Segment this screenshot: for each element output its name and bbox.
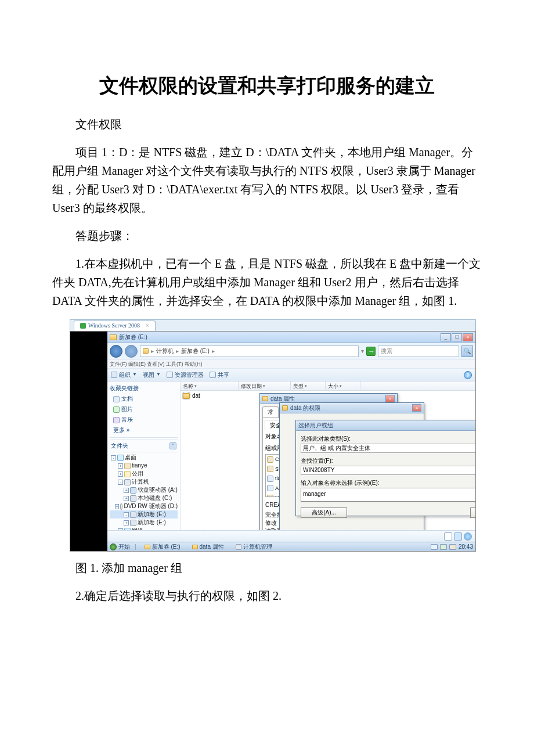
- col-label: 名称: [183, 382, 193, 390]
- vm-status-icon: [80, 323, 86, 329]
- minimize-button[interactable]: _: [441, 333, 451, 341]
- taskbar-item-compmgmt[interactable]: 计算机管理: [232, 542, 276, 552]
- fav-documents[interactable]: 文档: [110, 394, 178, 404]
- object-type-label: 选择此对象类型(S):: [301, 434, 476, 444]
- status-icon[interactable]: [444, 532, 452, 541]
- col-label: 类型: [293, 382, 304, 390]
- tab-general[interactable]: 常: [262, 406, 279, 417]
- folder-icon: [143, 348, 149, 354]
- nav-forward-button[interactable]: [125, 345, 138, 358]
- tree-user[interactable]: +tianye: [110, 462, 178, 470]
- expand-icon[interactable]: +: [124, 496, 129, 501]
- nav-back-button[interactable]: [110, 345, 122, 358]
- expand-icon[interactable]: +: [118, 463, 123, 469]
- ok-button[interactable]: 确定: [470, 507, 476, 518]
- taskbar-item-explorer[interactable]: 新加卷 (E:): [141, 542, 184, 552]
- select-dialog-title: 选择用户或组: [298, 421, 333, 430]
- column-name[interactable]: 名称▾: [181, 381, 239, 390]
- chevron-down-icon: ▾: [305, 383, 307, 389]
- breadcrumb[interactable]: ▸ 计算机 ▸ 新加卷 (E:) ▸: [140, 345, 359, 357]
- tray-icon[interactable]: [440, 544, 447, 550]
- folder-icon: [145, 545, 150, 549]
- task-label: 计算机管理: [243, 542, 272, 552]
- chevron-down-icon: ▼: [156, 371, 161, 379]
- computer-icon: [124, 479, 131, 485]
- close-button[interactable]: ×: [385, 395, 395, 402]
- chevron-down-icon[interactable]: ▾: [361, 347, 364, 356]
- expand-icon[interactable]: +: [115, 504, 119, 509]
- share-icon: [210, 372, 216, 378]
- refresh-icon[interactable]: [366, 347, 376, 356]
- expand-icon[interactable]: +: [118, 471, 123, 477]
- names-label-text: 输入对象名称来选择 (示例)(E):: [301, 480, 380, 486]
- explorer-window: 新加卷 (E:) _ ☐ × ▸ 计算机 ▸ 新加卷 (E:) ▸: [107, 332, 475, 552]
- chevron-right-icon: ▸: [151, 347, 154, 356]
- tab-close-icon[interactable]: ×: [146, 321, 149, 330]
- object-names-input[interactable]: manager: [301, 488, 476, 502]
- step-1-text: 1.在本虚拟机中，已有一个 E 盘，且是 NTFS 磁盘，所以我在 E 盘中新建…: [52, 254, 482, 310]
- tree-public[interactable]: +公用: [110, 470, 178, 478]
- select-users-groups-dialog: 选择用户或组 ? × 选择此对象类型(S): 用户、组 或 内置安全主体 对象类…: [295, 420, 476, 516]
- fav-more[interactable]: 更多 »: [110, 425, 178, 435]
- tree-computer[interactable]: -计算机: [110, 478, 178, 486]
- collapse-icon[interactable]: -: [111, 455, 116, 460]
- help-icon[interactable]: ?: [464, 371, 472, 379]
- figure-1-screenshot: Windows Server 2008 × 新加卷 (E:) _ ☐ ×: [70, 319, 476, 552]
- fav-music[interactable]: 音乐: [110, 415, 178, 425]
- vm-tab-label: Windows Server 2008: [88, 321, 140, 330]
- search-placeholder: 搜索: [381, 347, 392, 356]
- breadcrumb-segment[interactable]: 新加卷 (E:): [181, 347, 210, 356]
- windows-taskbar: 开始 | 新加卷 (E:) data 属性 计算机管理 20:43: [107, 542, 475, 551]
- chevron-down-icon: ▾: [263, 383, 265, 389]
- toolbar-organize[interactable]: 组织 ▼: [111, 370, 137, 380]
- collapse-icon[interactable]: -: [118, 480, 123, 485]
- status-icon[interactable]: [454, 532, 462, 541]
- expand-icon[interactable]: +: [124, 488, 129, 493]
- explorer-addressbar: ▸ 计算机 ▸ 新加卷 (E:) ▸ ▾ 搜索 🔍: [107, 343, 475, 359]
- tray-icon[interactable]: [449, 544, 456, 550]
- user-icon: [267, 485, 273, 491]
- fav-pictures[interactable]: 图片: [110, 404, 178, 415]
- close-button[interactable]: ×: [463, 333, 473, 341]
- chevron-down-icon: ▾: [340, 383, 342, 389]
- tray-icon[interactable]: [431, 544, 438, 550]
- location-label: 查找位置(F):: [301, 456, 476, 466]
- tree-floppy[interactable]: +软盘驱动器 (A:): [110, 486, 178, 494]
- start-button[interactable]: 开始: [110, 542, 130, 552]
- search-go-button[interactable]: 🔍: [461, 345, 473, 357]
- tree-desktop[interactable]: -桌面: [110, 453, 178, 462]
- toolbar-resource-manager[interactable]: 资源管理器: [167, 370, 204, 380]
- location-field: WIN2008TY: [301, 466, 476, 475]
- help-icon[interactable]: [464, 532, 472, 541]
- tree-volume-e-selected[interactable]: -新加卷 (E:): [110, 510, 178, 519]
- column-type[interactable]: 类型▾: [291, 381, 326, 390]
- object-names-label: 输入对象名称来选择 (示例)(E):: [301, 478, 476, 488]
- fav-label: 音乐: [121, 415, 133, 424]
- computer-icon: [236, 544, 241, 550]
- collapse-icon[interactable]: -: [124, 512, 129, 517]
- maximize-button[interactable]: ☐: [452, 333, 462, 341]
- close-button[interactable]: ×: [412, 404, 421, 412]
- taskbar-item-properties[interactable]: data 属性: [189, 542, 228, 552]
- explorer-toolbar: 组织 ▼ 视图 ▼ 资源管理器 共享 ?: [107, 369, 475, 381]
- breadcrumb-segment[interactable]: 计算机: [156, 347, 174, 356]
- document-icon: [113, 396, 120, 402]
- toolbar-share-label: 共享: [218, 370, 229, 380]
- column-date[interactable]: 修改日期▾: [239, 381, 291, 390]
- col-label: 大小: [328, 382, 338, 390]
- toolbar-views[interactable]: 视图 ▼: [143, 370, 161, 380]
- folders-toggle[interactable]: 文件夹 ˅: [110, 440, 178, 452]
- tree-local-c[interactable]: +本地磁盘 (C:): [110, 494, 178, 502]
- explorer-menubar[interactable]: 文件(F) 编辑(E) 查看(V) 工具(T) 帮助(H): [107, 359, 475, 369]
- expand-icon[interactable]: +: [124, 520, 129, 525]
- advanced-button[interactable]: 高级(A)...: [301, 507, 347, 518]
- vm-tab[interactable]: Windows Server 2008 ×: [74, 321, 156, 331]
- tree-dvd[interactable]: +DVD RW 驱动器 (D:): [110, 502, 178, 510]
- vm-desktop: 新加卷 (E:) _ ☐ × ▸ 计算机 ▸ 新加卷 (E:) ▸: [70, 331, 476, 552]
- column-size[interactable]: 大小▾: [326, 381, 360, 390]
- search-input[interactable]: 搜索: [378, 345, 459, 357]
- toolbar-share[interactable]: 共享: [210, 370, 229, 380]
- drive-icon: [130, 495, 136, 502]
- tree-volume-e[interactable]: +新加卷 (E:): [110, 519, 178, 527]
- disc-icon: [120, 503, 122, 510]
